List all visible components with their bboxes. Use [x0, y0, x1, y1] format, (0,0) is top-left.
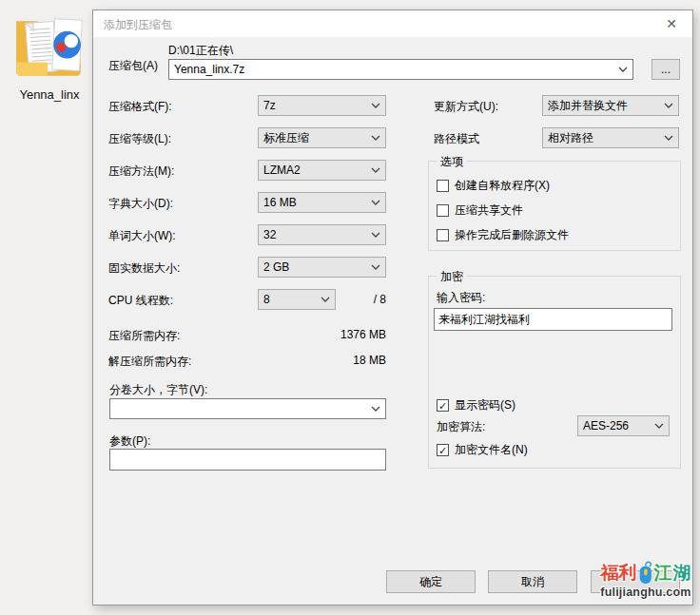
cpu-threads-total: / 8	[258, 293, 386, 306]
method-value: LZMA2	[263, 163, 301, 177]
archive-dir-path: D:\01正在传\	[168, 43, 233, 59]
encryption-method-select[interactable]: AES-256	[577, 415, 670, 436]
chevron-down-icon	[371, 167, 380, 173]
checkbox-label: 压缩共享文件	[455, 202, 523, 219]
password-value: 来福利江湖找福利	[438, 312, 530, 328]
watermark-brand: 福利 江 湖	[592, 560, 700, 586]
encryption-group: 加密 输入密码: 来福利江湖找福利 ✓ 显示密码(S) 加密算法: AES-25…	[428, 276, 681, 469]
archive-label: 压缩包(A)	[108, 58, 158, 74]
format-label: 压缩格式(F):	[108, 99, 172, 115]
level-select[interactable]: 标准压缩	[258, 127, 386, 148]
parameters-input[interactable]	[109, 449, 386, 471]
method-label: 压缩方法(M):	[108, 163, 174, 180]
checkbox-label: 创建自释放程序(X)	[455, 178, 550, 194]
chevron-down-icon	[618, 67, 628, 72]
close-icon[interactable]: ✕	[651, 10, 692, 37]
checkbox-label: 显示密码(S)	[455, 397, 515, 413]
update-mode-value: 添加并替换文件	[548, 98, 628, 114]
checkbox-encrypt-filenames[interactable]: ✓ 加密文件名(N)	[437, 442, 528, 458]
chevron-down-icon	[371, 135, 380, 141]
dictionary-select[interactable]: 16 MB	[258, 192, 386, 213]
checkbox-shared-files[interactable]: 压缩共享文件	[437, 202, 523, 219]
word-size-select[interactable]: 32	[258, 224, 386, 245]
checkbox-icon[interactable]: ✓	[437, 399, 449, 412]
level-label: 压缩等级(L):	[108, 131, 171, 147]
ok-button-label: 确定	[419, 574, 442, 590]
folder-label: Yenna_linx	[2, 87, 97, 102]
archive-name-combobox[interactable]: Yenna_linx.7z	[168, 59, 633, 80]
browse-button[interactable]: ...	[651, 59, 680, 80]
chevron-down-icon	[371, 406, 380, 412]
path-mode-value: 相对路径	[548, 130, 593, 146]
archive-name-value: Yenna_linx.7z	[174, 63, 244, 76]
method-select[interactable]: LZMA2	[258, 160, 386, 181]
encryption-method-value: AES-256	[583, 419, 629, 432]
memory-compress-value: 1376 MB	[258, 328, 386, 341]
checkbox-icon[interactable]	[437, 229, 449, 241]
cancel-button-label: 取消	[521, 574, 544, 590]
password-input[interactable]: 来福利江湖找福利	[434, 308, 672, 331]
desktop: Yenna_linx 添加到压缩包 ✕ 压缩包(A) D:\01正在传\ Yen…	[0, 0, 700, 615]
volume-size-label: 分卷大小，字节(V):	[109, 382, 207, 398]
checkbox-show-password[interactable]: ✓ 显示密码(S)	[437, 397, 515, 413]
checkbox-create-sfx[interactable]: 创建自释放程序(X)	[437, 178, 550, 194]
path-mode-select[interactable]: 相对路径	[542, 127, 679, 148]
folder-icon	[12, 8, 87, 82]
cancel-button[interactable]: 取消	[488, 570, 577, 593]
folder-shortcut[interactable]: Yenna_linx	[2, 8, 97, 102]
update-mode-select[interactable]: 添加并替换文件	[542, 95, 679, 116]
chevron-down-icon	[371, 200, 380, 205]
checkbox-label: 操作完成后删除源文件	[455, 227, 569, 243]
browse-button-label: ...	[661, 63, 671, 76]
cpu-threads-label: CPU 线程数:	[108, 293, 173, 309]
update-mode-label: 更新方式(U):	[434, 99, 498, 115]
memory-decompress-value: 18 MB	[258, 354, 386, 367]
solid-block-label: 固实数据大小:	[108, 260, 180, 277]
dialog-titlebar[interactable]: 添加到压缩包 ✕	[93, 10, 692, 37]
add-to-archive-dialog: 添加到压缩包 ✕ 压缩包(A) D:\01正在传\ Yenna_linx.7z …	[92, 10, 693, 605]
level-value: 标准压缩	[263, 130, 309, 146]
chevron-down-icon	[664, 135, 673, 141]
encryption-method-label: 加密算法:	[437, 419, 485, 435]
solid-block-select[interactable]: 2 GB	[258, 257, 386, 278]
options-group: 选项 创建自释放程序(X) 压缩共享文件 操作完成后删除源文件	[428, 161, 681, 251]
watermark-domain: fulijianghu.com	[592, 586, 700, 599]
watermark-brand-hu: 湖	[673, 561, 691, 586]
word-size-value: 32	[263, 228, 276, 241]
checkbox-delete-after[interactable]: 操作完成后删除源文件	[437, 227, 569, 243]
chevron-down-icon	[664, 103, 673, 108]
encryption-group-title: 加密	[437, 269, 467, 285]
password-label: 输入密码:	[437, 290, 485, 306]
watermark-logo: 福利 江 湖 fulijianghu.com	[592, 560, 700, 599]
dictionary-label: 字典大小(D):	[108, 196, 173, 212]
memory-decompress-label: 解压缩所需内存:	[108, 354, 191, 370]
checkbox-icon[interactable]	[437, 180, 449, 192]
format-select[interactable]: 7z	[258, 95, 386, 116]
watermark-brand-jiang: 江	[654, 561, 672, 586]
chevron-down-icon	[371, 232, 380, 238]
memory-compress-label: 压缩所需内存:	[108, 328, 180, 344]
options-group-title: 选项	[437, 154, 467, 170]
parameters-label: 参数(P):	[109, 433, 150, 450]
dictionary-value: 16 MB	[263, 196, 297, 209]
format-value: 7z	[263, 99, 276, 112]
mouse-icon	[638, 560, 653, 586]
dialog-title: 添加到压缩包	[104, 17, 172, 33]
volume-size-combobox[interactable]	[109, 398, 386, 419]
checkbox-label: 加密文件名(N)	[455, 442, 528, 458]
word-size-label: 单词大小(W):	[108, 228, 176, 244]
chevron-down-icon	[371, 103, 380, 108]
checkbox-icon[interactable]	[437, 204, 449, 217]
watermark-brand-left: 福利	[601, 561, 637, 586]
solid-block-value: 2 GB	[263, 260, 289, 274]
checkbox-icon[interactable]: ✓	[437, 444, 449, 456]
chevron-down-icon	[654, 423, 664, 429]
ok-button[interactable]: 确定	[386, 570, 476, 593]
chevron-down-icon	[371, 264, 380, 270]
path-mode-label: 路径模式	[434, 131, 479, 147]
